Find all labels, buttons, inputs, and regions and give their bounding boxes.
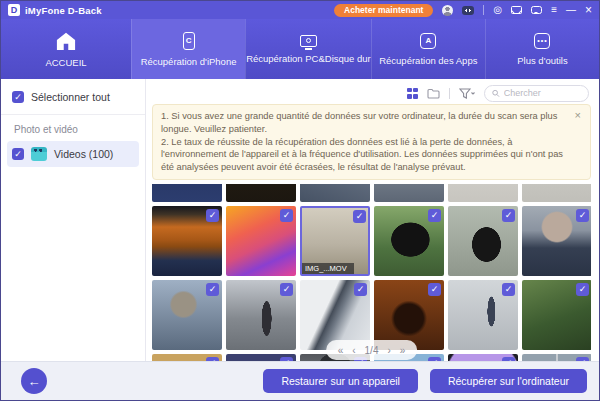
thumbnail-checkbox[interactable]: ✓ [428, 357, 441, 361]
select-all-checkbox[interactable]: ✓ [12, 91, 24, 103]
pagination-last-button[interactable]: » [400, 345, 406, 356]
thumbnail-grid-viewport: ✓✓✓IMG_...MOV✓✓✓✓✓✓✓✓✓✓✓✓✓✓✓ « ‹ 1/4 › » [152, 184, 591, 361]
thumbnail-checkbox[interactable]: ✓ [280, 357, 293, 361]
search-icon [492, 89, 500, 98]
notice-banner: 1. Si vous avez une grande quantité de d… [152, 104, 591, 180]
tab-label: Récupération des Apps [379, 55, 477, 66]
footer-bar: ← Restaurer sur un appareil Récupérer su… [1, 361, 599, 400]
thumbnail-checkbox[interactable]: ✓ [428, 283, 441, 296]
app-logo: D [8, 4, 20, 16]
thumbnail[interactable]: ✓ [448, 280, 518, 350]
tab-label: Plus d'outils [517, 55, 567, 66]
app-title: iMyFone D-Back [25, 5, 102, 16]
thumbnail-checkbox[interactable]: ✓ [206, 209, 219, 222]
thumbnail[interactable]: ✓ [522, 206, 591, 276]
thumbnail[interactable]: ✓ [152, 280, 222, 350]
select-all-row[interactable]: ✓ Sélectionner tout [1, 87, 145, 107]
sidebar-item-videos[interactable]: ✓ Videos (100) [7, 141, 139, 167]
pagination: « ‹ 1/4 › » [326, 340, 418, 360]
back-button[interactable]: ← [21, 368, 47, 394]
thumbnail[interactable]: ✓ [522, 280, 591, 350]
chat-icon[interactable] [531, 6, 542, 14]
pagination-next-button[interactable]: › [387, 345, 390, 356]
thumbnail-checkbox[interactable]: ✓ [280, 283, 293, 296]
thumbnail-checkbox[interactable]: ✓ [206, 357, 219, 361]
mail-icon[interactable] [511, 6, 522, 14]
tab-plus-outils[interactable]: ••• Plus d'outils [485, 19, 599, 79]
thumbnail-checkbox[interactable]: ✓ [502, 209, 515, 222]
thumbnail[interactable]: ✓ [522, 354, 591, 361]
thumbnail-checkbox[interactable]: ✓ [206, 283, 219, 296]
thumbnail[interactable]: ✓ [152, 206, 222, 276]
thumbnail-checkbox[interactable]: ✓ [353, 210, 366, 223]
buy-now-button[interactable]: Acheter maintenant [334, 4, 433, 17]
notice-line-2: 2. Le taux de réussite de la récupératio… [161, 136, 566, 174]
tab-accueil[interactable]: ACCUEIL [1, 19, 131, 79]
thumbnail[interactable]: ✓ [226, 206, 296, 276]
main-navigation: ACCUEIL C Récupération d'iPhone Récupéra… [1, 19, 599, 79]
content-area: 1. Si vous avez une grande quantité de d… [146, 79, 599, 361]
notice-close-icon[interactable]: × [575, 109, 581, 121]
thumbnail[interactable]: ✓ [226, 354, 296, 361]
pc-recovery-icon [300, 35, 317, 47]
thumbnail-checkbox[interactable]: ✓ [576, 357, 589, 361]
notice-line-1: 1. Si vous avez une grande quantité de d… [161, 110, 566, 136]
videos-checkbox[interactable]: ✓ [12, 148, 24, 160]
minimize-button[interactable]: — [566, 5, 576, 15]
thumbnail[interactable]: ✓ [374, 206, 444, 276]
close-button[interactable]: × [585, 4, 592, 16]
thumbnail-checkbox[interactable]: ✓ [502, 283, 515, 296]
thumbnail-filename: IMG_...MOV [302, 263, 354, 274]
thumbnail-grid: ✓✓✓IMG_...MOV✓✓✓✓✓✓✓✓✓✓✓✓✓✓✓ [152, 184, 591, 361]
pagination-first-button[interactable]: « [338, 345, 344, 356]
tab-label: Récupération d'iPhone [141, 56, 237, 67]
phone-recovery-icon: C [183, 32, 195, 50]
tab-recuperation-apps[interactable]: A Récupération des Apps [371, 19, 485, 79]
thumbnail[interactable] [522, 184, 591, 202]
recover-to-computer-button[interactable]: Récupérer sur l'ordinateur [430, 369, 587, 393]
video-icon [31, 147, 47, 161]
community-icon[interactable] [462, 6, 474, 15]
more-tools-icon: ••• [534, 33, 550, 49]
videos-label: Videos (100) [54, 148, 113, 160]
thumbnail-checkbox[interactable]: ✓ [502, 357, 515, 361]
sidebar-section-label: Photo et vidéo [1, 122, 145, 141]
thumbnail-selected[interactable]: ✓IMG_...MOV [300, 206, 370, 276]
thumbnail[interactable] [300, 184, 370, 202]
account-avatar-icon[interactable] [442, 5, 453, 16]
thumbnail[interactable]: ✓ [152, 354, 222, 361]
sidebar-divider [1, 114, 145, 115]
toolbar-separator [449, 88, 450, 99]
thumbnail-checkbox[interactable]: ✓ [576, 209, 589, 222]
thumbnail[interactable]: ✓ [226, 280, 296, 350]
thumbnail[interactable]: ✓ [448, 206, 518, 276]
thumbnail[interactable] [226, 184, 296, 202]
folder-view-icon[interactable] [427, 88, 440, 99]
search-input[interactable] [504, 88, 581, 98]
tab-label: Récupération PC&Disque dur [246, 53, 371, 64]
home-icon [55, 31, 77, 51]
pagination-prev-button[interactable]: ‹ [352, 345, 355, 356]
thumbnail[interactable] [152, 184, 222, 202]
search-box[interactable] [484, 85, 589, 102]
view-toolbar [146, 79, 599, 101]
filter-icon[interactable] [459, 88, 475, 99]
thumbnail-checkbox[interactable]: ✓ [280, 209, 293, 222]
restore-to-device-button[interactable]: Restaurer sur un appareil [263, 369, 417, 393]
sidebar: ✓ Sélectionner tout Photo et vidéo ✓ Vid… [1, 79, 146, 361]
menu-icon[interactable]: ≡ [551, 5, 557, 15]
tab-recuperation-pc[interactable]: Récupération PC&Disque dur [245, 19, 371, 79]
thumbnail[interactable] [448, 184, 518, 202]
thumbnail-checkbox[interactable]: ✓ [354, 283, 367, 296]
tab-recuperation-iphone[interactable]: C Récupération d'iPhone [131, 19, 245, 79]
thumbnail-checkbox[interactable]: ✓ [576, 283, 589, 296]
app-window: D iMyFone D-Back Acheter maintenant ◎ ≡ … [0, 0, 600, 401]
thumbnail[interactable]: ✓ [448, 354, 518, 361]
select-all-label: Sélectionner tout [31, 91, 110, 103]
thumbnail[interactable] [374, 184, 444, 202]
titlebar-separator [483, 5, 484, 15]
grid-view-icon[interactable] [407, 88, 418, 99]
thumbnail-checkbox[interactable]: ✓ [428, 209, 441, 222]
tab-label: ACCUEIL [45, 57, 86, 68]
support-target-icon[interactable]: ◎ [493, 5, 502, 15]
